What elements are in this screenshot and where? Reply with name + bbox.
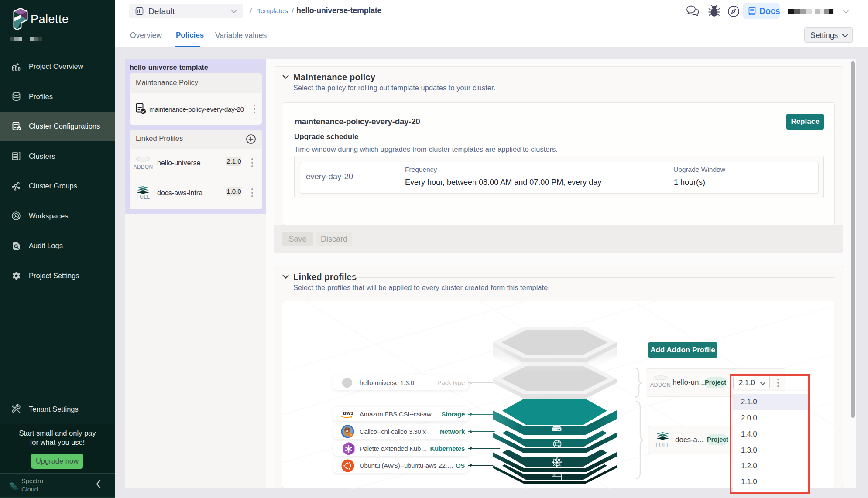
svg-text:aws: aws	[343, 410, 353, 416]
